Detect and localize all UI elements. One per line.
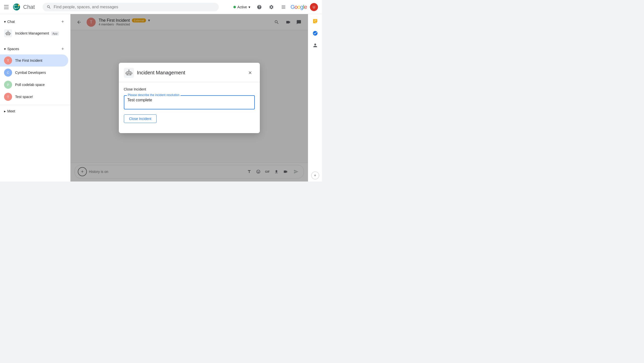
- meet-section: ▸ Meet: [0, 105, 70, 117]
- modal-robot-icon: [124, 68, 134, 78]
- svg-rect-10: [5, 33, 6, 34]
- chat-section: ▾ Chat +: [0, 14, 70, 41]
- sidebar-item-test-space[interactable]: T Test space!: [0, 91, 68, 103]
- space-avatar-t: T: [4, 56, 12, 65]
- svg-point-2: [18, 5, 19, 6]
- right-panel-check-icon[interactable]: [310, 28, 320, 38]
- user-avatar[interactable]: U: [310, 3, 318, 11]
- svg-rect-5: [7, 33, 8, 34]
- modal-body: Close Incident Please describe the incid…: [119, 82, 260, 133]
- apps-grid-button[interactable]: [278, 2, 289, 12]
- chat-section-header[interactable]: ▾ Chat +: [0, 16, 70, 27]
- right-panel: +: [308, 14, 322, 182]
- modal-header: Incident Management ✕: [119, 63, 260, 82]
- svg-rect-14: [127, 72, 128, 73]
- right-panel-add-button[interactable]: +: [311, 171, 319, 179]
- modal-resolution-textarea[interactable]: Test complete: [127, 98, 251, 106]
- hamburger-icon[interactable]: [4, 4, 10, 10]
- meet-section-header[interactable]: ▸ Meet: [0, 107, 70, 115]
- meet-section-title: ▸ Meet: [4, 109, 15, 113]
- svg-point-18: [128, 69, 129, 71]
- active-status-badge[interactable]: Active ▾: [231, 4, 252, 10]
- svg-rect-15: [129, 72, 130, 73]
- spaces-chevron: ▾: [4, 47, 6, 51]
- sidebar: ▾ Chat +: [0, 14, 70, 182]
- right-panel-person-icon[interactable]: [310, 40, 320, 50]
- svg-rect-19: [125, 72, 126, 74]
- space-avatar-t2: T: [4, 93, 12, 101]
- google-logo: Google: [291, 4, 307, 10]
- svg-rect-7: [7, 35, 9, 35]
- app-title: Chat: [23, 4, 35, 10]
- active-label: Active: [237, 5, 247, 9]
- top-bar-right: Active ▾ Google U: [231, 2, 318, 12]
- incident-management-modal: Incident Management ✕ Close Incident Ple…: [119, 63, 260, 133]
- svg-rect-6: [9, 33, 9, 34]
- active-chevron: ▾: [248, 5, 250, 9]
- space-avatar-c: C: [4, 69, 12, 77]
- space-avatar-p: P: [4, 81, 12, 89]
- modal-close-button[interactable]: ✕: [246, 68, 255, 77]
- top-bar: Chat Active ▾ Google U: [0, 0, 322, 14]
- settings-button[interactable]: [266, 2, 276, 12]
- help-button[interactable]: [254, 2, 264, 12]
- spaces-add-button[interactable]: +: [59, 45, 66, 52]
- sidebar-incident-info: Incident Management App: [15, 31, 59, 35]
- close-incident-button[interactable]: Close Incident: [124, 114, 157, 123]
- robot-icon: [4, 29, 12, 37]
- right-panel-sticky-note[interactable]: [310, 16, 320, 26]
- svg-rect-20: [132, 72, 132, 74]
- chat-add-button[interactable]: +: [59, 18, 66, 25]
- active-dot: [233, 6, 236, 8]
- content-area: T The First Incident External ▾ 4 member…: [70, 14, 308, 182]
- spaces-section-title: ▾ Spaces: [4, 47, 19, 51]
- app-badge: App: [51, 32, 59, 36]
- modal-field-label: Please describe the incident resolution: [127, 93, 181, 97]
- meet-chevron: ▸: [4, 109, 6, 113]
- svg-rect-11: [10, 33, 11, 34]
- sidebar-label-test-space: Test space!: [15, 95, 33, 99]
- search-icon: [47, 5, 51, 9]
- sidebar-item-the-first-incident[interactable]: T The First Incident: [0, 54, 68, 67]
- main-layout: ▾ Chat +: [0, 14, 322, 182]
- sidebar-item-label: Incident Management App: [15, 31, 59, 35]
- chat-chevron: ▾: [4, 20, 6, 24]
- spaces-section: ▾ Spaces + T The First Incident C Cymbal…: [0, 41, 70, 105]
- modal-overlay[interactable]: Incident Management ✕ Close Incident Ple…: [70, 14, 308, 182]
- svg-rect-16: [128, 74, 130, 75]
- top-bar-left: Chat: [4, 3, 35, 11]
- sidebar-label-the-first-incident: The First Incident: [15, 58, 42, 63]
- sidebar-item-poll-codelab[interactable]: P Poll codelab space: [0, 79, 68, 91]
- svg-point-9: [8, 31, 9, 32]
- sidebar-label-cymbal-developers: Cymbal Developers: [15, 71, 46, 75]
- sidebar-item-incident-management[interactable]: Incident Management App: [0, 27, 68, 39]
- modal-field-wrapper: Please describe the incident resolution …: [124, 95, 255, 109]
- search-input[interactable]: [54, 5, 215, 9]
- chat-section-title: ▾ Chat: [4, 20, 15, 24]
- search-bar[interactable]: [43, 3, 219, 11]
- modal-title: Incident Management: [137, 70, 243, 76]
- sidebar-label-poll-codelab: Poll codelab space: [15, 83, 45, 87]
- spaces-section-header[interactable]: ▾ Spaces +: [0, 43, 70, 54]
- chat-logo-icon: [13, 3, 21, 11]
- sidebar-item-cymbal-developers[interactable]: C Cymbal Developers: [0, 67, 68, 79]
- modal-section-title: Close Incident: [124, 87, 255, 91]
